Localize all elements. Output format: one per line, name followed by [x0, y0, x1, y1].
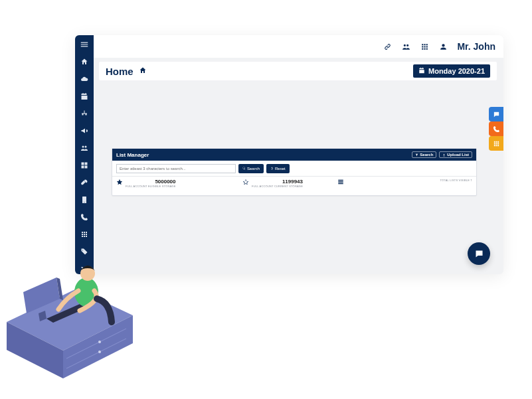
nav-users-icon[interactable]	[79, 143, 90, 153]
reset-button[interactable]: Reset	[266, 164, 290, 173]
apps-icon	[493, 140, 500, 147]
nav-tag-icon[interactable]	[79, 246, 90, 257]
list-icon	[337, 179, 344, 185]
panel-search-row: Search Reset	[112, 161, 476, 177]
svg-line-3	[66, 329, 126, 359]
stat-current-storage: 1199943 FULL ACCOUNT CURRENT STORAGE	[242, 179, 369, 188]
user-name-label[interactable]: Mr. John	[457, 41, 495, 52]
chat-icon	[474, 249, 484, 259]
panel-header: List Manager Search Upload List	[112, 149, 476, 161]
date-pill[interactable]: Monday 2020-21	[413, 64, 490, 78]
date-pill-label: Monday 2020-21	[428, 67, 485, 75]
list-manager-panel: List Manager Search Upload List Search	[112, 148, 477, 196]
nav-phone-icon[interactable]	[79, 212, 90, 222]
nav-bullhorn-icon[interactable]	[79, 125, 90, 136]
panel-title: List Manager	[116, 152, 149, 158]
svg-line-4	[66, 339, 126, 368]
nav-mobile-icon[interactable]	[79, 195, 90, 205]
nav-rocket-icon[interactable]	[79, 177, 90, 188]
upload-icon	[442, 153, 446, 157]
panel-action-search[interactable]: Search	[412, 151, 436, 158]
stat-eligible-storage: 5000000 FULL ACCOUNT ELIGIBLE STORAGE	[116, 179, 242, 188]
phone-icon	[493, 125, 500, 133]
nav-sitemap-icon[interactable]	[79, 108, 90, 119]
float-tab-chat[interactable]	[489, 107, 503, 121]
nav-apps-icon[interactable]	[79, 229, 90, 240]
svg-point-5	[98, 341, 101, 343]
page-title: Home	[106, 66, 133, 77]
svg-marker-7	[23, 278, 60, 313]
stat-total-lists: TOTAL LISTS VISIBLE T	[369, 179, 472, 185]
user-icon[interactable]	[438, 42, 448, 51]
top-header: Mr. John	[94, 35, 503, 58]
link-icon[interactable]	[383, 42, 392, 51]
nav-home-icon[interactable]	[79, 56, 90, 67]
search-button[interactable]: Search	[238, 164, 264, 173]
grid-icon[interactable]	[420, 42, 429, 51]
sidebar	[75, 35, 94, 274]
svg-marker-1	[7, 322, 63, 378]
reset-icon	[270, 167, 274, 170]
breadcrumb-bar: Home Monday 2020-21	[99, 62, 497, 80]
home-icon[interactable]	[139, 65, 147, 77]
svg-marker-8	[56, 278, 63, 300]
svg-marker-9	[39, 311, 46, 321]
users-icon[interactable]	[401, 42, 410, 51]
app-window: Mr. John Home Monday 2020-21 List Manage…	[75, 35, 503, 274]
floating-tabs	[489, 107, 503, 151]
panel-action-upload[interactable]: Upload List	[439, 151, 472, 158]
star-filled-icon	[116, 179, 123, 185]
menu-icon[interactable]	[79, 39, 90, 50]
panel-stats-row: 5000000 FULL ACCOUNT ELIGIBLE STORAGE 11…	[112, 177, 476, 195]
calendar-icon	[418, 67, 425, 75]
speech-icon	[493, 111, 500, 118]
float-tab-apps[interactable]	[489, 136, 503, 151]
svg-marker-2	[63, 315, 133, 378]
nav-cloud-icon[interactable]	[79, 74, 90, 84]
nav-calendar-icon[interactable]	[79, 91, 90, 102]
search-input[interactable]	[116, 164, 236, 173]
svg-marker-10	[46, 304, 86, 323]
float-tab-call[interactable]	[489, 121, 503, 136]
svg-point-11	[74, 278, 98, 307]
funnel-icon	[415, 153, 418, 157]
chat-fab[interactable]	[468, 242, 490, 265]
svg-point-6	[98, 351, 101, 353]
svg-marker-0	[7, 289, 133, 351]
nav-shuffle-icon[interactable]	[79, 264, 90, 274]
star-outline-icon	[242, 179, 249, 185]
search-icon	[242, 167, 246, 170]
nav-grid-icon[interactable]	[79, 160, 90, 171]
